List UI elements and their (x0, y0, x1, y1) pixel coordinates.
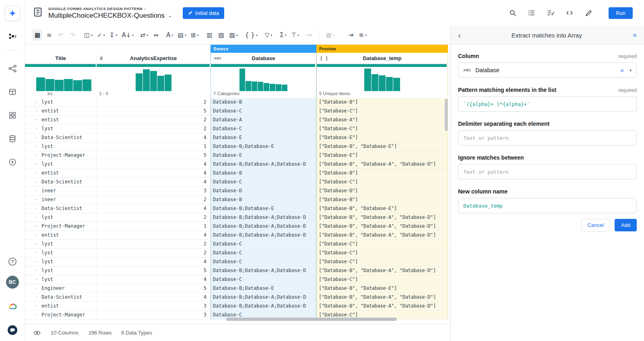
cell-database[interactable]: Database·B;Database·E (211, 142, 316, 151)
table-row[interactable]: ·Project·Manager1Database·B;Database·A;D… (25, 222, 450, 231)
cell-title[interactable]: lyst (40, 125, 97, 133)
cell-analyticsexpertise[interactable]: 5 (97, 151, 211, 160)
histogram-bar[interactable] (379, 75, 386, 91)
table-row[interactable]: ·Data·Scientist4Database·B;Database·A;Da… (25, 293, 450, 302)
cell-database-temp[interactable]: ["Database·B", "Database·A", "Database·D… (316, 160, 448, 168)
row-marker[interactable]: · (25, 125, 40, 133)
avatar[interactable]: BC (6, 276, 19, 289)
cell-database[interactable]: Database·C (211, 275, 316, 284)
row-marker[interactable]: · (25, 133, 40, 142)
row-marker[interactable]: · (25, 240, 40, 248)
flows-icon[interactable] (7, 31, 18, 42)
row-marker[interactable]: · (25, 178, 40, 186)
histogram-database[interactable] (211, 69, 316, 91)
cell-database[interactable]: Database·B (211, 169, 316, 177)
cell-analyticsexpertise[interactable]: 2 (97, 240, 211, 248)
chevron-down-icon[interactable]: ▾ (630, 68, 632, 73)
column-header-analyticsexpertise[interactable]: # AnalyticsExpertise (97, 53, 211, 63)
histogram-bar[interactable] (386, 77, 393, 91)
jobs-icon[interactable] (7, 157, 18, 167)
filter-icon[interactable]: ▽▾ (264, 29, 274, 41)
new-column-input[interactable] (458, 198, 637, 213)
join-icon[interactable]: ▥ (205, 29, 215, 41)
cell-database-temp[interactable]: ["Database·B"] (316, 98, 448, 106)
cell-analyticsexpertise[interactable]: 2 (97, 98, 211, 106)
row-marker[interactable]: · (25, 258, 40, 266)
ignore-input[interactable] (458, 164, 637, 179)
row-marker[interactable]: · (25, 160, 40, 168)
histogram-bar[interactable] (239, 69, 245, 91)
table-row[interactable]: ·lyst2Database·C["Database·C"] (25, 125, 450, 133)
cell-database-temp[interactable]: ["Database·B", "Database·A", "Database·D… (316, 231, 448, 239)
histogram-database-temp[interactable] (317, 69, 448, 91)
flow-graph-icon[interactable] (7, 63, 18, 74)
row-marker[interactable]: · (25, 116, 40, 124)
cell-database-temp[interactable]: ["Database·E"] (316, 151, 448, 160)
table-row[interactable]: ·Data·Scientist4Database·B;Database·E["D… (25, 204, 450, 213)
sample-icon[interactable]: ▩▾ (324, 29, 335, 41)
undo-icon[interactable]: ↶ (56, 29, 66, 41)
quality-bar-database[interactable] (211, 64, 315, 67)
row-marker[interactable]: · (25, 302, 40, 310)
delimiter-input[interactable] (458, 130, 637, 146)
cell-analyticsexpertise[interactable]: 3 (97, 311, 211, 319)
expand-icon[interactable]: ⇔ (151, 29, 161, 41)
cell-title[interactable]: lyst (40, 213, 97, 222)
cell-database-temp[interactable]: ["Database·B", "Database·E"] (316, 284, 448, 293)
cell-title[interactable]: Project·Manager (40, 222, 97, 231)
cell-database-temp[interactable]: ["Database·B", "Database·A", "Database·D… (316, 302, 448, 310)
cell-analyticsexpertise[interactable]: 3 (97, 187, 211, 195)
cell-database[interactable]: Database·C (211, 107, 316, 115)
cell-title[interactable]: entist (40, 169, 97, 177)
row-marker[interactable]: · (25, 107, 40, 115)
column-ops-icon[interactable]: ◫▾ (83, 29, 94, 41)
cell-database[interactable]: Database·B (211, 98, 316, 106)
cell-database-temp[interactable]: ["Database·C"] (316, 125, 448, 133)
datasets-icon[interactable] (7, 87, 18, 97)
cell-title[interactable]: entist (40, 302, 97, 310)
functions-icon[interactable]: { }▾ (244, 29, 259, 41)
view-settings-icon[interactable]: ≋▾ (358, 29, 368, 41)
horizontal-scrollbar[interactable] (226, 318, 397, 321)
cell-analyticsexpertise[interactable]: 2 (97, 125, 211, 133)
cell-title[interactable]: ineer (40, 195, 97, 204)
cell-title[interactable]: Project·Manager (40, 151, 97, 160)
cell-database-temp[interactable]: ["Database·C"] (316, 107, 448, 115)
cell-database[interactable]: Database·B;Database·A;Database·D (211, 231, 316, 239)
cell-analyticsexpertise[interactable]: 5 (97, 107, 211, 115)
cell-analyticsexpertise[interactable]: 4 (97, 275, 211, 284)
cell-analyticsexpertise[interactable]: 4 (97, 169, 211, 177)
cell-title[interactable]: Data·Scientist (40, 204, 97, 213)
cell-title[interactable]: Project·Manager (40, 311, 97, 319)
histogram-bar[interactable] (150, 71, 157, 91)
cell-title[interactable]: Data·Scientist (40, 293, 97, 301)
histogram-title[interactable] (25, 69, 97, 91)
row-marker[interactable]: · (25, 293, 40, 301)
table-row[interactable]: ·Engineer5Database·B;Database·E["Databas… (25, 284, 450, 293)
cell-analyticsexpertise[interactable]: 3 (97, 302, 211, 310)
clear-selection-icon[interactable]: × (620, 67, 624, 74)
quality-bar-analyticsexpertise[interactable] (97, 64, 210, 67)
cell-database-temp[interactable]: ["Database·B"] (316, 195, 448, 204)
cell-analyticsexpertise[interactable]: 2 (97, 213, 211, 222)
row-marker[interactable]: · (25, 213, 40, 222)
cell-analyticsexpertise[interactable]: 5 (97, 266, 211, 275)
cell-database[interactable]: Database·B;Database·A;Database·D (211, 302, 316, 310)
column-header-database[interactable]: ABC Database (211, 53, 316, 63)
standardize-icon[interactable]: ✓▾ (96, 29, 106, 41)
cell-database[interactable]: Database·D (211, 187, 316, 195)
cell-title[interactable]: lyst (40, 266, 97, 275)
lookup-icon[interactable]: ▨▾ (228, 29, 239, 41)
list-view-icon[interactable]: ≡ (44, 29, 54, 41)
cell-database-temp[interactable]: ["Database·B", "Database·A", "Database·D… (316, 293, 448, 301)
histogram-bar[interactable] (258, 82, 263, 91)
cell-title[interactable]: ineer (40, 187, 97, 195)
add-button[interactable]: Add (615, 219, 637, 231)
cell-database-temp[interactable]: ["Database·E"] (316, 133, 448, 142)
table-row[interactable]: ·entist4Database·B;Database·A;Database·D… (25, 231, 450, 240)
row-marker[interactable]: · (25, 142, 40, 151)
breadcrumb[interactable]: GOOGLE FORMS ANALYTICS DESIGN PATTERN › (48, 6, 172, 11)
aggregate-icon[interactable]: Σ▾ (278, 29, 288, 41)
edit-icon[interactable] (584, 9, 592, 17)
cell-database-temp[interactable]: ["Database·C"] (316, 240, 448, 248)
